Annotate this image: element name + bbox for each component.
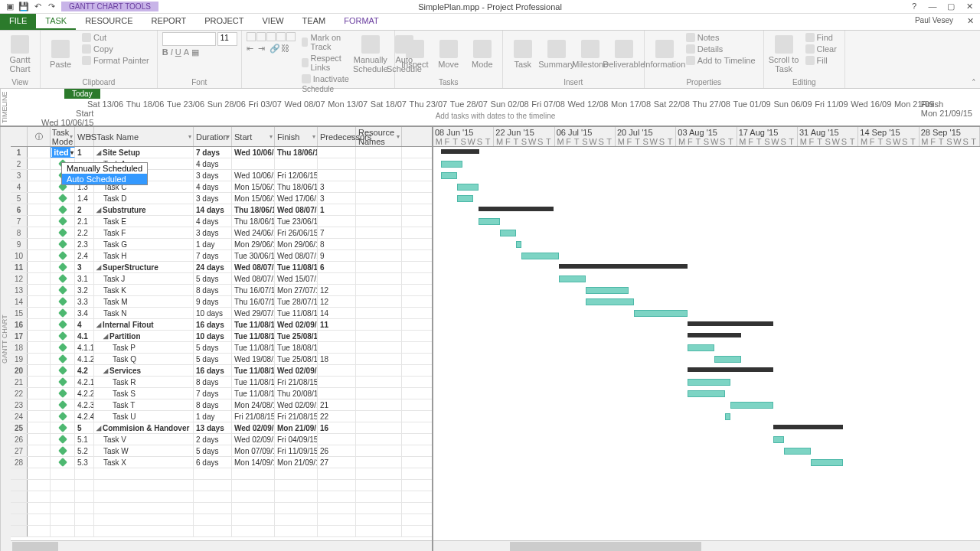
start-cell[interactable]: Tue 11/08/1	[232, 365, 275, 376]
finish-cell[interactable]: Tue 18/08/1	[275, 342, 318, 353]
pred-cell[interactable]	[318, 216, 356, 227]
finish-cell[interactable]: Fri 11/09/15	[275, 445, 318, 456]
deliverable-button[interactable]: Deliverable	[609, 32, 639, 77]
res-cell[interactable]	[356, 262, 402, 272]
table-row[interactable]: 255◢Commision & Handover13 daysWed 02/09…	[11, 422, 432, 434]
duration-cell[interactable]: 16 days	[194, 365, 232, 376]
mode-cell[interactable]	[51, 319, 75, 330]
info-cell[interactable]	[28, 445, 51, 456]
mode-cell[interactable]	[51, 296, 75, 307]
res-cell[interactable]	[356, 422, 402, 433]
info-cell[interactable]	[28, 193, 51, 204]
pred-cell[interactable]: 22	[318, 411, 356, 422]
start-cell[interactable]: Wed 08/07/	[232, 262, 275, 272]
start-cell[interactable]: Tue 11/08/1	[232, 331, 275, 341]
pred-cell[interactable]: 27	[318, 457, 356, 468]
row-number[interactable]: 18	[11, 342, 28, 353]
name-cell[interactable]: Task M	[94, 296, 194, 307]
unlink-button[interactable]: ⛓	[281, 44, 292, 54]
table-row[interactable]: 82.2Task F3 daysWed 24/06/1Fri 26/06/157	[11, 227, 432, 239]
dropdown-option-manual[interactable]: Manually Scheduled	[62, 163, 147, 174]
finish-cell[interactable]: Tue 25/08/1	[275, 354, 318, 364]
res-cell[interactable]	[356, 399, 402, 410]
finish-cell[interactable]: Wed 08/07/1	[275, 250, 318, 261]
row-number[interactable]: 4	[11, 181, 28, 192]
start-cell[interactable]	[232, 158, 275, 169]
row-number[interactable]: 6	[11, 204, 28, 215]
row-number[interactable]: 21	[11, 377, 28, 387]
info-cell[interactable]	[28, 422, 51, 433]
task-bar[interactable]	[441, 172, 457, 179]
details-button[interactable]: Details	[683, 44, 759, 54]
name-cell[interactable]: Task G	[94, 239, 194, 249]
start-cell[interactable]: Thu 16/07/1	[232, 296, 275, 307]
wbs-cell[interactable]: 3.3	[75, 296, 94, 307]
row-number[interactable]: 26	[11, 434, 28, 445]
duration-cell[interactable]: 4 days	[194, 181, 232, 192]
font-color-button[interactable]: A	[184, 47, 189, 57]
inactivate-button[interactable]: Inactivate	[299, 73, 352, 84]
summary-bar[interactable]	[688, 333, 741, 337]
info-cell[interactable]	[28, 342, 51, 353]
start-cell[interactable]: Wed 10/06/1	[232, 170, 275, 181]
table-row[interactable]: 275.2Task W5 daysMon 07/09/1Fri 11/09/15…	[11, 445, 432, 457]
summary-bar[interactable]	[688, 367, 773, 372]
pred-cell[interactable]	[318, 377, 356, 387]
paste-button[interactable]: Paste	[45, 32, 76, 77]
col-res[interactable]: Resource Names▾	[356, 127, 402, 146]
finish-cell[interactable]: Thu 18/06/1	[275, 181, 318, 192]
start-cell[interactable]: Mon 14/09/1	[232, 457, 275, 468]
start-cell[interactable]: Tue 11/08/1	[232, 377, 275, 387]
name-cell[interactable]: Task N	[94, 308, 194, 318]
table-row[interactable]: 224.2.2Task S7 daysTue 11/08/1Thu 20/08/…	[11, 388, 432, 399]
wbs-cell[interactable]: 3.4	[75, 308, 94, 318]
res-cell[interactable]	[356, 342, 402, 353]
info-cell[interactable]	[28, 365, 51, 376]
res-cell[interactable]	[356, 377, 402, 387]
name-cell[interactable]: ◢Partition	[94, 331, 194, 341]
duration-cell[interactable]: 7 days	[194, 250, 232, 261]
start-cell[interactable]: Wed 29/07/1	[232, 308, 275, 318]
info-cell[interactable]	[28, 273, 51, 284]
pct-100-button[interactable]	[286, 32, 296, 41]
table-row[interactable]: 123.1Task J5 daysWed 08/07/1Wed 15/07/1	[11, 273, 432, 285]
task-bar[interactable]	[586, 287, 629, 294]
finish-cell[interactable]: Wed 02/09/1	[275, 399, 318, 410]
pred-cell[interactable]	[318, 273, 356, 284]
wbs-cell[interactable]: 4.2	[75, 365, 94, 376]
info-cell[interactable]	[28, 216, 51, 227]
row-number[interactable]: 20	[11, 365, 28, 376]
task-bar[interactable]	[457, 195, 473, 202]
start-cell[interactable]: Wed 10/06/	[232, 147, 275, 158]
col-info[interactable]: ⓘ	[28, 127, 51, 146]
manual-schedule-button[interactable]: Manually Schedule	[355, 32, 386, 77]
start-cell[interactable]: Wed 02/09/1	[232, 434, 275, 445]
res-cell[interactable]	[356, 170, 402, 181]
user-name[interactable]: Paul Vesey	[907, 14, 961, 30]
mode-cell[interactable]	[51, 250, 75, 261]
row-number[interactable]: 14	[11, 296, 28, 307]
table-row[interactable]: 174.1◢Partition10 daysTue 11/08/1Tue 25/…	[11, 331, 432, 342]
finish-cell[interactable]	[275, 158, 318, 169]
row-number[interactable]: 13	[11, 285, 28, 295]
wbs-cell[interactable]: 5	[75, 422, 94, 433]
table-row-empty[interactable]	[11, 526, 432, 537]
file-tab[interactable]: FILE	[0, 14, 36, 30]
pct-50-button[interactable]	[266, 32, 276, 41]
table-row[interactable]: 265.1Task V2 daysWed 02/09/1Fri 04/09/15	[11, 434, 432, 445]
task-bar[interactable]	[516, 241, 521, 248]
name-cell[interactable]: ◢Commision & Handover	[94, 422, 194, 433]
duration-cell[interactable]: 8 days	[194, 285, 232, 295]
row-number[interactable]: 9	[11, 239, 28, 249]
pct-25-button[interactable]	[256, 32, 266, 41]
font-family-select[interactable]	[162, 32, 216, 46]
pred-cell[interactable]: 18	[318, 354, 356, 364]
start-cell[interactable]: Tue 11/08/1	[232, 319, 275, 330]
info-cell[interactable]	[28, 227, 51, 238]
table-row[interactable]: 204.2◢Services16 daysTue 11/08/1Wed 02/0…	[11, 365, 432, 377]
tab-project[interactable]: PROJECT	[195, 14, 253, 30]
table-row[interactable]: 164◢Internal Fitout16 daysTue 11/08/1Wed…	[11, 319, 432, 331]
inspect-button[interactable]: Inspect	[400, 32, 430, 77]
collapse-ribbon-icon[interactable]: ˄	[968, 31, 980, 88]
mode-cell[interactable]	[51, 399, 75, 410]
